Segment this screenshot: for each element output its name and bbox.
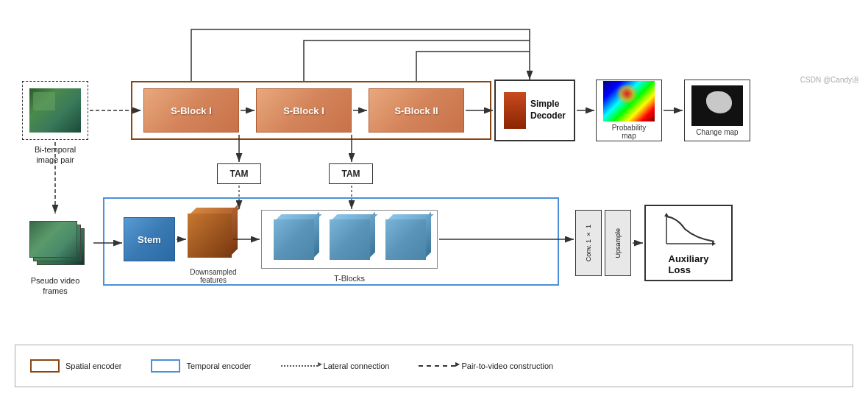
t-cube-1 (274, 219, 314, 260)
pseudo-video-stack (29, 221, 85, 265)
pv-frame-3 (29, 221, 77, 258)
legend-spatial: Spatial encoder (30, 359, 121, 373)
legend-temporal: Temporal encoder (151, 359, 251, 373)
simple-decoder-box: SimpleDecoder (494, 80, 575, 141)
upsample-label: Upsample (614, 228, 622, 258)
legend-dashed-label: Pair-to-video construction (461, 362, 553, 370)
legend-dashed-line (419, 365, 455, 367)
ds-cube (188, 214, 232, 258)
bi-temporal-image (29, 88, 81, 133)
conv-label: Conv. 1 × 1 (585, 225, 593, 261)
aux-loss-label: AuxiliaryLoss (669, 253, 709, 275)
legend-lateral: Lateral connection (281, 362, 390, 370)
watermark: CSDN @Candy语 (800, 75, 859, 85)
legend-spatial-line (30, 359, 60, 373)
prob-map-box: Probabilitymap (596, 80, 662, 141)
diagram-container: Bi-temporalimage pair S-Block I S-Block … (0, 0, 868, 402)
legend-lateral-label: Lateral connection (324, 362, 390, 370)
legend-spatial-label: Spatial encoder (65, 362, 121, 370)
tblock-container (261, 210, 438, 269)
change-map-label: Change map (696, 128, 738, 136)
bi-temporal-box (22, 81, 88, 140)
legend-temporal-label: Temporal encoder (186, 362, 251, 370)
sblock2: S-Block II (369, 88, 464, 133)
stem-block: Stem (124, 217, 175, 261)
prob-map-image (603, 81, 655, 121)
downsampled-box (188, 214, 239, 265)
sblock1b: S-Block I (256, 88, 352, 133)
legend-dashed: Pair-to-video construction (419, 362, 553, 370)
legend-lateral-line (281, 365, 318, 367)
sblock1a: S-Block I (143, 88, 239, 133)
tam-box1: TAM (217, 163, 261, 184)
decoder-icon (504, 92, 526, 129)
svg-marker-21 (664, 213, 669, 216)
simple-decoder-label: SimpleDecoder (530, 99, 566, 121)
pseudo-video-box (22, 214, 92, 272)
bi-temporal-label: Bi-temporalimage pair (22, 144, 88, 166)
pseudo-video-label: Pseudo videoframes (15, 275, 96, 297)
legend-box: Spatial encoder Temporal encoder Lateral… (15, 345, 853, 387)
change-map-image (691, 85, 743, 126)
upsample-box: Upsample (605, 210, 631, 276)
legend-temporal-line (151, 359, 180, 373)
t-cube-2 (330, 219, 370, 260)
aux-loss-box: AuxiliaryLoss (644, 205, 733, 281)
change-map-box: Change map (684, 80, 750, 141)
t-cube-3 (385, 219, 426, 260)
prob-map-label: Probabilitymap (612, 124, 647, 140)
conv-box: Conv. 1 × 1 (575, 210, 602, 276)
tam-box2: TAM (329, 163, 373, 184)
aux-loss-chart (659, 211, 718, 251)
